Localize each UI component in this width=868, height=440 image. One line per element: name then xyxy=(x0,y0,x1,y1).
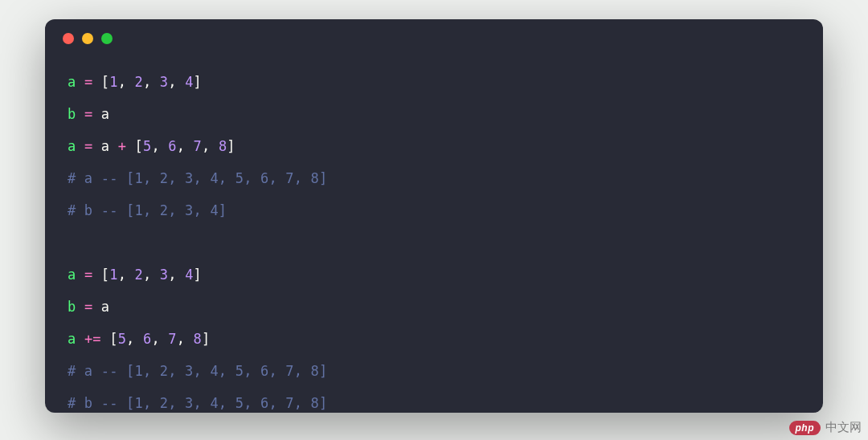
code-token: 7 xyxy=(194,138,202,154)
code-token: , xyxy=(143,267,160,283)
code-line: # b -- [1, 2, 3, 4, 5, 6, 7, 8] xyxy=(68,387,800,413)
code-line: a += [5, 6, 7, 8] xyxy=(68,323,800,355)
code-line: b = a xyxy=(68,291,800,323)
code-token: b xyxy=(68,299,76,315)
code-token: , xyxy=(151,331,168,347)
code-token: a xyxy=(68,331,76,347)
code-line: # a -- [1, 2, 3, 4, 5, 6, 7, 8] xyxy=(68,162,800,194)
code-token: [ xyxy=(101,74,109,90)
traffic-light-minimize[interactable] xyxy=(82,33,93,44)
code-token: = xyxy=(84,267,92,283)
watermark: php 中文网 xyxy=(789,420,862,435)
code-token xyxy=(126,138,134,154)
traffic-light-zoom[interactable] xyxy=(101,33,113,44)
code-token: ] xyxy=(194,74,202,90)
code-token: 5 xyxy=(118,331,126,347)
code-token xyxy=(76,106,84,122)
code-line xyxy=(68,226,800,259)
code-token xyxy=(76,138,84,154)
code-token: [ xyxy=(109,331,117,347)
traffic-light-close[interactable] xyxy=(63,33,74,44)
code-token xyxy=(76,74,84,90)
code-token: # a -- [1, 2, 3, 4, 5, 6, 7, 8] xyxy=(68,170,327,186)
code-token: ] xyxy=(227,138,235,154)
code-token xyxy=(92,267,100,283)
code-token: a xyxy=(92,138,117,154)
code-token xyxy=(76,267,84,283)
code-token: # b -- [1, 2, 3, 4, 5, 6, 7, 8] xyxy=(68,395,327,411)
code-token: , xyxy=(126,331,143,347)
code-token: , xyxy=(118,267,135,283)
code-window: a = [1, 2, 3, 4]b = aa = a + [5, 6, 7, 8… xyxy=(45,19,823,413)
code-token: , xyxy=(168,74,185,90)
code-token: # a -- [1, 2, 3, 4, 5, 6, 7, 8] xyxy=(68,363,327,379)
code-token: 8 xyxy=(194,331,202,347)
code-token: [ xyxy=(135,138,143,154)
code-token: = xyxy=(84,299,92,315)
code-token: b xyxy=(68,106,76,122)
code-token: , xyxy=(118,74,135,90)
code-token: , xyxy=(143,74,160,90)
code-line: a = a + [5, 6, 7, 8] xyxy=(68,130,800,162)
code-token: , xyxy=(151,138,168,154)
code-token: , xyxy=(168,267,185,283)
code-token: a xyxy=(68,74,76,90)
code-token xyxy=(92,106,100,122)
code-token xyxy=(76,331,84,347)
code-token: += xyxy=(84,331,101,347)
code-token: , xyxy=(177,138,194,154)
code-token: [ xyxy=(101,267,109,283)
code-token: 1 xyxy=(109,74,117,90)
code-token: 4 xyxy=(185,74,193,90)
code-token: 8 xyxy=(219,138,227,154)
code-token: = xyxy=(84,74,92,90)
code-token: 2 xyxy=(135,267,143,283)
code-token: 3 xyxy=(160,74,168,90)
code-block: a = [1, 2, 3, 4]b = aa = a + [5, 6, 7, 8… xyxy=(45,58,823,413)
code-token: a xyxy=(68,267,76,283)
code-line: b = a xyxy=(68,98,800,130)
code-token: , xyxy=(202,138,219,154)
code-token: 2 xyxy=(135,74,143,90)
code-line: a = [1, 2, 3, 4] xyxy=(68,259,800,291)
code-token: 1 xyxy=(109,267,117,283)
code-token: = xyxy=(84,138,92,154)
code-token: 4 xyxy=(185,267,193,283)
code-token: 7 xyxy=(168,331,176,347)
code-token: = xyxy=(84,106,92,122)
watermark-badge: php xyxy=(789,421,821,435)
code-token: 5 xyxy=(143,138,151,154)
code-token: , xyxy=(177,331,194,347)
titlebar xyxy=(45,19,823,58)
code-token: ] xyxy=(194,267,202,283)
code-token: 6 xyxy=(168,138,176,154)
code-token xyxy=(92,74,100,90)
code-line: # a -- [1, 2, 3, 4, 5, 6, 7, 8] xyxy=(68,355,800,387)
code-line: a = [1, 2, 3, 4] xyxy=(68,66,800,98)
watermark-text: 中文网 xyxy=(825,420,862,435)
code-token xyxy=(92,299,100,315)
code-token: 3 xyxy=(160,267,168,283)
code-token: ] xyxy=(202,331,210,347)
code-token xyxy=(101,331,109,347)
code-line: # b -- [1, 2, 3, 4] xyxy=(68,194,800,226)
code-token: + xyxy=(118,138,126,154)
code-token: 6 xyxy=(143,331,151,347)
code-token: a xyxy=(68,138,76,154)
code-token: # b -- [1, 2, 3, 4] xyxy=(68,202,227,218)
code-token xyxy=(76,299,84,315)
code-token: a xyxy=(101,299,109,315)
code-token: a xyxy=(101,106,109,122)
